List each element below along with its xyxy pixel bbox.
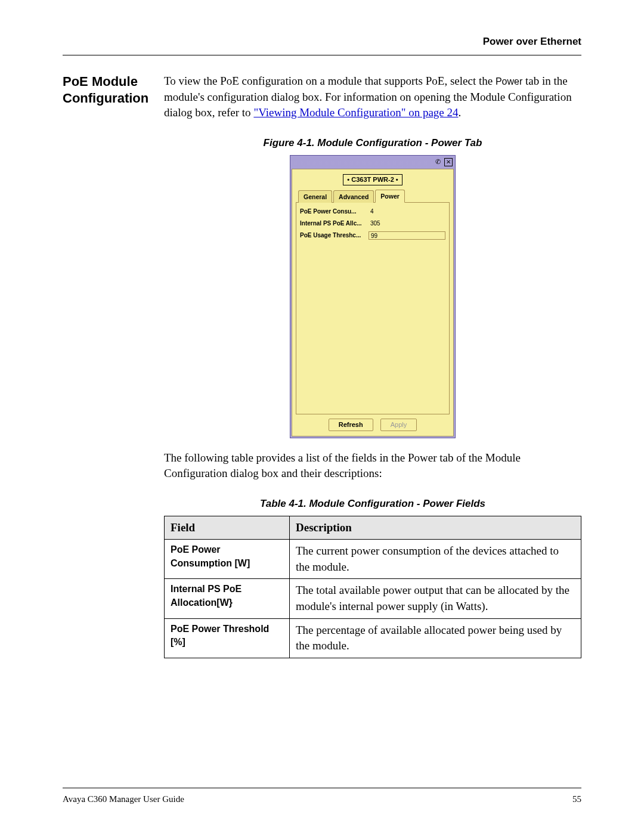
table-cell-desc: The total available power output that ca… (290, 579, 581, 618)
module-config-dialog: ✆ ✕ • C363T PWR-2 • General Advanced Pow… (290, 155, 456, 438)
footer-rule (63, 788, 581, 788)
field-label: PoE Usage Threshc... (300, 231, 369, 240)
cross-reference-link[interactable]: "Viewing Module Configuration" on page 2… (253, 106, 458, 119)
field-label: PoE Power Consu... (300, 208, 369, 216)
header-rule (63, 55, 581, 55)
table-cell-field: Internal PS PoE Allocation[W} (165, 579, 290, 618)
table-cell-desc: The current power consumption of the dev… (290, 540, 581, 579)
device-label: • C363T PWR-2 • (343, 174, 402, 185)
device-label-wrap: • C363T PWR-2 • (296, 174, 450, 185)
table-header-description: Description (290, 516, 581, 540)
dialog-titlebar: ✆ ✕ (292, 157, 454, 169)
power-tab-word: Power (496, 76, 522, 86)
table-caption: Table 4-1. Module Configuration - Power … (164, 497, 581, 511)
field-value: 305 (369, 219, 445, 228)
help-icon[interactable]: ✆ (434, 158, 442, 166)
intro-period: . (459, 106, 462, 119)
table-row: PoE Power Threshold [%] The percentage o… (165, 618, 581, 658)
figure-caption: Figure 4-1. Module Configuration - Power… (164, 136, 581, 150)
tab-general[interactable]: General (298, 190, 332, 203)
power-fields-table: Field Description PoE Power Consumption … (164, 516, 581, 658)
footer-page-number: 55 (572, 794, 581, 804)
footer-left: Avaya C360 Manager User Guide (63, 794, 184, 804)
table-cell-field: PoE Power Threshold [%] (165, 618, 290, 658)
dialog-button-row: Refresh Apply (296, 418, 450, 432)
dialog-tabs: General Advanced Power (296, 189, 450, 203)
apply-button[interactable]: Apply (380, 419, 417, 431)
intro-paragraph: To view the PoE configuration on a modul… (164, 73, 581, 121)
table-row: PoE Power Consumption [W] The current po… (165, 540, 581, 579)
section-title: PoE Module Configuration (63, 73, 164, 106)
table-cell-field: PoE Power Consumption [W] (165, 540, 290, 579)
refresh-button[interactable]: Refresh (329, 419, 373, 431)
intro-text-1: To view the PoE configuration on a modul… (164, 75, 496, 87)
field-row-poe-usage-threshold: PoE Usage Threshc... 99 (300, 231, 445, 240)
close-icon[interactable]: ✕ (444, 158, 453, 166)
table-intro-paragraph: The following table provides a list of t… (164, 450, 581, 482)
field-row-internal-ps-poe: Internal PS PoE Allc... 305 (300, 219, 445, 228)
tab-power[interactable]: Power (375, 190, 405, 203)
page-footer: Avaya C360 Manager User Guide 55 (63, 788, 581, 804)
dialog-panel: • C363T PWR-2 • General Advanced Power P… (292, 169, 454, 436)
field-value: 4 (369, 208, 445, 216)
field-row-poe-power-consumption: PoE Power Consu... 4 (300, 208, 445, 216)
page-header-title: Power over Ethernet (63, 36, 581, 48)
table-header-field: Field (165, 516, 290, 540)
table-row: Internal PS PoE Allocation[W} The total … (165, 579, 581, 618)
tab-body: PoE Power Consu... 4 Internal PS PoE All… (296, 203, 450, 414)
field-value-input[interactable]: 99 (369, 231, 445, 240)
tab-advanced[interactable]: Advanced (333, 190, 374, 203)
table-cell-desc: The percentage of available allocated po… (290, 618, 581, 658)
field-label: Internal PS PoE Allc... (300, 219, 369, 228)
